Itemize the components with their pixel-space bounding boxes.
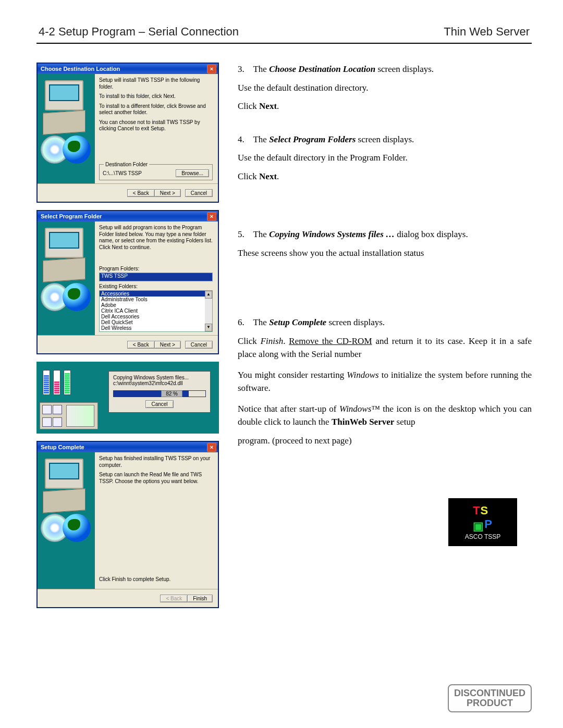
text: Setup can launch the Read Me file and TW… [99, 472, 213, 485]
text: Notice that after start-up of [238, 404, 339, 414]
text: To install to a different folder, click … [99, 103, 213, 116]
back-button: < Back [160, 595, 187, 602]
header-right: Thin Web Server [444, 25, 530, 39]
copying-title: Copying Windows System files... [113, 375, 206, 380]
close-icon[interactable]: × [207, 212, 216, 221]
step-5: 5. The Copying Windows Systems files … d… [238, 228, 532, 260]
icon-label: ASCO TSSP [465, 533, 500, 540]
cancel-button[interactable]: Cancel [185, 341, 213, 349]
text: screen displays. [326, 317, 385, 327]
step-6: 6. The Setup Complete screen displays. C… [238, 316, 532, 447]
destination-folder-group: Destination Folder C:\...\TWS TSSP Brows… [99, 164, 213, 180]
text: Setup Complete [269, 317, 326, 327]
text: The [253, 134, 269, 144]
list-item[interactable]: Dell QuickSet [100, 319, 212, 325]
existing-folders-list[interactable]: Accessories Administrative Tools Adobe C… [99, 290, 213, 332]
text: . [277, 101, 279, 111]
text: dialog box displays. [395, 229, 468, 239]
dialog-choose-destination: Choose Destination Location × Setup will… [36, 63, 219, 203]
wizard-art [38, 74, 95, 183]
cancel-button[interactable]: Cancel [145, 400, 173, 408]
list-item[interactable]: Citrix ICA Client [100, 308, 212, 314]
text: The [253, 64, 269, 74]
dialog-footer: < Back Next > Cancel [38, 183, 218, 202]
header-rule [36, 43, 532, 44]
text: Setup will add program icons to the Prog… [99, 225, 213, 251]
dialog-select-program-folder: Select Program Folder × Setup will add p… [36, 210, 219, 354]
text: . [283, 336, 289, 346]
text: You might consider restarting [238, 370, 347, 380]
text: DISCONTINUED [454, 688, 525, 698]
cancel-button[interactable]: Cancel [185, 189, 213, 197]
header-left: 4-2 Setup Program – Serial Connection [39, 25, 239, 39]
discontinued-product-stamp: DISCONTINUED PRODUCT [448, 684, 532, 712]
text: Use the default directory in the Program… [238, 151, 532, 165]
close-icon[interactable]: × [207, 443, 216, 452]
step-number: 3. [238, 64, 244, 74]
step-number: 4. [238, 134, 244, 144]
text: Click [238, 336, 261, 346]
window-title: Select Program Folder [41, 213, 102, 219]
destination-path: C:\...\TWS TSSP [103, 170, 142, 176]
titlebar: Select Program Folder × [38, 211, 218, 221]
list-item[interactable]: Games [100, 331, 212, 332]
text: Use the default destination directory. [238, 81, 532, 95]
list-item[interactable]: Dell Accessories [100, 314, 212, 319]
list-item[interactable]: Accessories [100, 291, 212, 297]
text: Finish [261, 336, 283, 346]
program-folders-input[interactable]: TWS TSSP [99, 273, 213, 281]
list-item[interactable]: Adobe [100, 302, 212, 308]
text: Select Program Folders [269, 134, 356, 144]
wizard-art [38, 221, 95, 335]
dialog-setup-complete: Setup Complete × Setup has finished inst… [36, 441, 219, 608]
text: Choose Destination Location [269, 64, 375, 74]
screenshots-column: Choose Destination Location × Setup will… [36, 63, 219, 608]
dialog-footer: < Back Next > Cancel [38, 335, 218, 353]
existing-folders-label: Existing Folders: [99, 283, 213, 289]
dialog-copying-files: Copying Windows System files... c:\winnt… [36, 362, 219, 434]
text: You can choose not to install TWS TSSP b… [99, 119, 213, 132]
text: Click [238, 101, 259, 111]
text: Setup will install TWS TSSP in the follo… [99, 77, 213, 90]
next-button[interactable]: Next > [154, 341, 181, 349]
back-button[interactable]: < Back [127, 189, 154, 197]
text: To install to this folder, click Next. [99, 93, 213, 100]
text: . [277, 171, 279, 181]
step-number: 6. [238, 317, 244, 327]
page-header: 4-2 Setup Program – Serial Connection Th… [36, 25, 532, 43]
progress-bar: 82 % [113, 390, 206, 397]
wizard-art [38, 452, 95, 589]
copying-art [38, 363, 100, 433]
text: Next [259, 101, 277, 111]
progress-percent: 82 % [161, 390, 182, 397]
text: Remove the CD-ROM [289, 336, 372, 346]
text: screen displays. [356, 134, 414, 144]
close-icon[interactable]: × [207, 65, 216, 73]
dialog-description: Setup will install TWS TSSP in the follo… [99, 77, 213, 135]
text: Copying Windows Systems files … [269, 229, 395, 239]
scroll-up-icon[interactable]: ▲ [205, 291, 212, 299]
step-3: 3. The Choose Destination Location scree… [238, 63, 532, 113]
browse-button[interactable]: Browse... [176, 169, 209, 177]
titlebar: Setup Complete × [38, 442, 218, 452]
back-button[interactable]: < Back [127, 341, 154, 349]
next-button[interactable]: Next > [154, 189, 181, 197]
scroll-down-icon[interactable]: ▼ [205, 324, 212, 331]
list-item[interactable]: Dell Wireless [100, 325, 212, 331]
fieldset-title: Destination Folder [104, 162, 149, 167]
text: setup [394, 417, 415, 427]
text: PRODUCT [467, 698, 513, 708]
window-title: Choose Destination Location [41, 66, 120, 72]
text: Click [238, 171, 259, 181]
logo-icon: TS ▣P [473, 504, 493, 531]
program-folders-label: Program Folders: [99, 266, 213, 272]
text: Windows [347, 370, 378, 380]
text: Click Finish to complete Setup. [99, 576, 213, 583]
finish-button[interactable]: Finish [187, 595, 213, 602]
dialog-footer: < Back Finish [38, 589, 218, 607]
list-item[interactable]: Administrative Tools [100, 297, 212, 302]
copying-path: c:\winnt\system32\mfco42d.dll [113, 380, 206, 386]
asco-tssp-desktop-icon[interactable]: TS ▣P ASCO TSSP [448, 498, 517, 546]
scrollbar[interactable]: ▲ ▼ [205, 291, 212, 331]
step-4: 4. The Select Program Folders screen dis… [238, 133, 532, 183]
